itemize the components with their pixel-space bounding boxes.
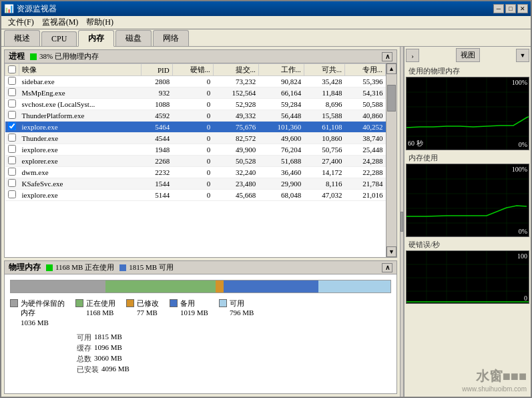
- row-work: 68,048: [258, 190, 304, 201]
- row-checkbox-cell[interactable]: [5, 156, 19, 167]
- tab-network[interactable]: 网络: [153, 30, 189, 46]
- tab-disk[interactable]: 磁盘: [115, 30, 152, 46]
- graph2-svg: [407, 164, 529, 236]
- left-panel: 进程 38% 已用物理内存 ∧: [1, 47, 400, 397]
- maximize-button[interactable]: □: [505, 4, 516, 13]
- window-icon: 📊: [4, 4, 14, 14]
- center-divider-thumb[interactable]: [401, 212, 403, 232]
- row-work: 49,600: [258, 133, 304, 144]
- row-checkbox-cell[interactable]: [5, 110, 19, 122]
- expand-right-btn[interactable]: ›: [406, 49, 419, 62]
- row-checkbox[interactable]: [8, 88, 16, 96]
- process-scrollbar[interactable]: ▲ ▼: [386, 63, 396, 257]
- memory-bar-container: [5, 274, 396, 296]
- row-checkbox[interactable]: [8, 156, 16, 164]
- menu-help[interactable]: 帮助(H): [82, 15, 117, 29]
- col-hard[interactable]: 硬错...: [172, 64, 213, 76]
- graph1-line: [407, 116, 529, 128]
- legend-modified-value: 77 MB: [137, 309, 158, 317]
- view-dropdown-btn[interactable]: ▼: [516, 49, 529, 62]
- menu-monitor[interactable]: 监视器(M): [38, 15, 83, 29]
- memory-section-header: 物理内存 1168 MB 正在使用 1815 MB 可用 ∧: [5, 261, 396, 274]
- row-name: iexplore.exe: [19, 190, 142, 201]
- detail-installed-value: 4096 MB: [101, 365, 129, 375]
- row-checkbox-cell[interactable]: [5, 87, 19, 99]
- memory-collapse-btn[interactable]: ∧: [382, 263, 392, 272]
- legend-using-text: 正在使用1168 MB: [86, 298, 115, 318]
- legend-reserved-box: [10, 299, 18, 307]
- row-checkbox-cell[interactable]: [5, 99, 19, 110]
- row-private: 50,588: [344, 99, 385, 110]
- memory-available-text: 1815 MB 可用: [129, 262, 174, 272]
- row-name: KSafeSvc.exe: [19, 178, 142, 190]
- row-private: 24,288: [344, 156, 385, 167]
- section-header-left: 进程 38% 已用物理内存: [9, 51, 99, 62]
- row-checkbox-cell[interactable]: [5, 167, 19, 178]
- col-work[interactable]: 工作...: [258, 64, 304, 76]
- process-collapse-btn[interactable]: ∧: [382, 52, 392, 61]
- col-shared[interactable]: 可共...: [304, 64, 344, 76]
- view-button[interactable]: 视图: [456, 48, 480, 62]
- minimize-button[interactable]: ─: [493, 4, 504, 13]
- close-button[interactable]: ✕: [517, 4, 528, 13]
- row-checkbox[interactable]: [8, 111, 16, 119]
- row-pid: 932: [142, 87, 173, 99]
- detail-available: 可用 1815 MB: [77, 333, 129, 343]
- col-commit[interactable]: 提交...: [213, 64, 258, 76]
- legend-using-box: [75, 299, 83, 307]
- detail-total: 总数 3060 MB: [77, 354, 129, 364]
- row-checkbox[interactable]: [8, 190, 16, 198]
- graph3-wrapper: 硬错误/秒 100 0: [406, 238, 529, 304]
- row-commit: 49,332: [213, 110, 258, 122]
- col-private[interactable]: 专用...: [344, 64, 385, 76]
- row-checkbox-cell[interactable]: [5, 178, 19, 190]
- tab-cpu[interactable]: CPU: [41, 31, 77, 46]
- col-pid[interactable]: PID: [142, 64, 173, 76]
- menu-file[interactable]: 文件(F): [4, 15, 38, 29]
- row-name: svchost.exe (LocalSyst...: [19, 99, 142, 110]
- row-checkbox[interactable]: [8, 100, 16, 108]
- row-checkbox-cell[interactable]: [5, 190, 19, 201]
- row-checkbox-cell[interactable]: [5, 133, 19, 144]
- table-row: iexplore.exe 5144 0 45,668 68,048 47,032…: [5, 190, 386, 201]
- select-all-checkbox[interactable]: [8, 65, 16, 73]
- legend-using-value: 1168 MB: [86, 309, 113, 317]
- row-checkbox[interactable]: [8, 77, 16, 85]
- row-checkbox-cell[interactable]: [5, 76, 19, 87]
- col-checkbox[interactable]: [5, 64, 19, 76]
- row-shared: 50,756: [304, 144, 344, 156]
- row-checkbox-cell[interactable]: [5, 122, 19, 133]
- row-work: 36,460: [258, 167, 304, 178]
- row-checkbox-cell[interactable]: [5, 144, 19, 156]
- scroll-up-arrow[interactable]: ▲: [386, 63, 396, 74]
- row-pid: 1544: [142, 178, 173, 190]
- row-private: 40,252: [344, 122, 385, 133]
- row-name: MsMpEng.exe: [19, 87, 142, 99]
- memory-available-status: 1815 MB 可用: [119, 262, 174, 272]
- graph3-min-label: 0: [524, 294, 527, 302]
- row-checkbox[interactable]: [8, 179, 16, 187]
- legend-using: 正在使用1168 MB: [75, 298, 115, 327]
- tab-overview[interactable]: 概述: [4, 30, 40, 46]
- graph1-wrapper: 使用的物理内存 100%: [406, 65, 529, 150]
- detail-cached: 缓存 1096 MB: [77, 343, 129, 353]
- scroll-thumb[interactable]: [387, 85, 396, 112]
- row-checkbox[interactable]: [8, 145, 16, 153]
- memory-detail-spacer: [10, 333, 50, 375]
- row-shared: 35,428: [304, 76, 344, 87]
- row-shared: 8,696: [304, 99, 344, 110]
- scroll-down-arrow[interactable]: ▼: [386, 246, 396, 257]
- tab-memory[interactable]: 内存: [78, 30, 114, 47]
- row-checkbox[interactable]: [8, 122, 16, 130]
- graph2-container: 100% 0%: [406, 164, 529, 237]
- row-checkbox[interactable]: [8, 168, 16, 176]
- col-image[interactable]: 映像: [19, 64, 142, 76]
- process-table-body: sidebar.exe 2808 0 73,232 90,824 35,428 …: [5, 76, 386, 201]
- graph3-container: 100 0: [406, 250, 529, 304]
- green-indicator: [30, 53, 37, 60]
- process-status: 38% 已用物理内存: [30, 51, 99, 61]
- row-checkbox[interactable]: [8, 134, 16, 142]
- row-commit: 52,928: [213, 99, 258, 110]
- row-pid: 5464: [142, 122, 173, 133]
- table-row: MsMpEng.exe 932 0 152,564 66,164 11,848 …: [5, 87, 386, 99]
